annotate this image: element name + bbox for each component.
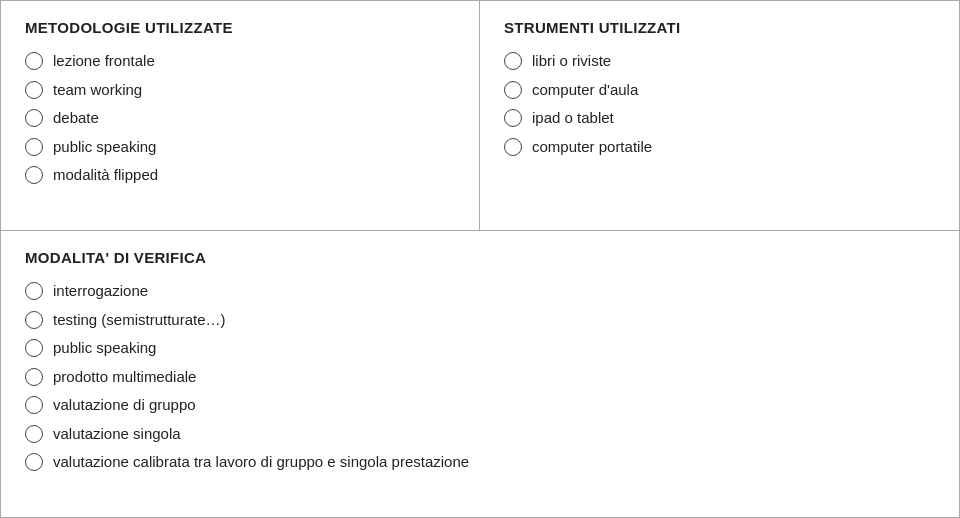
list-item: valutazione singola	[25, 423, 935, 446]
bullet-icon	[25, 138, 43, 156]
bullet-icon	[25, 311, 43, 329]
item-text: lezione frontale	[53, 50, 155, 73]
item-text: debate	[53, 107, 99, 130]
strumenti-title: STRUMENTI UTILIZZATI	[504, 19, 935, 36]
list-item: interrogazione	[25, 280, 935, 303]
list-item: libri o riviste	[504, 50, 935, 73]
list-item: team working	[25, 79, 455, 102]
metodologie-title: METODOLOGIE UTILIZZATE	[25, 19, 455, 36]
list-item: public speaking	[25, 136, 455, 159]
strumenti-section: STRUMENTI UTILIZZATI libri o rivistecomp…	[480, 1, 959, 230]
item-text: public speaking	[53, 337, 156, 360]
bullet-icon	[25, 425, 43, 443]
list-item: computer portatile	[504, 136, 935, 159]
list-item: testing (semistrutturate…)	[25, 309, 935, 332]
bullet-icon	[25, 368, 43, 386]
item-text: interrogazione	[53, 280, 148, 303]
item-text: computer d'aula	[532, 79, 638, 102]
bullet-icon	[25, 109, 43, 127]
item-text: valutazione calibrata tra lavoro di grup…	[53, 451, 469, 474]
bullet-icon	[25, 453, 43, 471]
verifica-list: interrogazionetesting (semistrutturate…)…	[25, 280, 935, 474]
list-item: prodotto multimediale	[25, 366, 935, 389]
list-item: computer d'aula	[504, 79, 935, 102]
bullet-icon	[25, 166, 43, 184]
item-text: prodotto multimediale	[53, 366, 196, 389]
bullet-icon	[25, 282, 43, 300]
list-item: public speaking	[25, 337, 935, 360]
bullet-icon	[504, 52, 522, 70]
list-item: ipad o tablet	[504, 107, 935, 130]
metodologie-section: METODOLOGIE UTILIZZATE lezione frontalet…	[1, 1, 480, 230]
bullet-icon	[504, 81, 522, 99]
metodologie-list: lezione frontaleteam workingdebatepublic…	[25, 50, 455, 187]
bullet-icon	[504, 138, 522, 156]
item-text: modalità flipped	[53, 164, 158, 187]
verifica-section: MODALITA' DI VERIFICA interrogazionetest…	[1, 231, 959, 517]
bullet-icon	[25, 52, 43, 70]
bullet-icon	[25, 339, 43, 357]
list-item: modalità flipped	[25, 164, 455, 187]
item-text: libri o riviste	[532, 50, 611, 73]
list-item: lezione frontale	[25, 50, 455, 73]
bullet-icon	[504, 109, 522, 127]
item-text: public speaking	[53, 136, 156, 159]
list-item: debate	[25, 107, 455, 130]
strumenti-list: libri o rivistecomputer d'aulaipad o tab…	[504, 50, 935, 158]
item-text: computer portatile	[532, 136, 652, 159]
item-text: team working	[53, 79, 142, 102]
bullet-icon	[25, 396, 43, 414]
item-text: valutazione singola	[53, 423, 181, 446]
verifica-title: MODALITA' DI VERIFICA	[25, 249, 935, 266]
item-text: ipad o tablet	[532, 107, 614, 130]
top-row: METODOLOGIE UTILIZZATE lezione frontalet…	[1, 1, 959, 231]
list-item: valutazione di gruppo	[25, 394, 935, 417]
page: METODOLOGIE UTILIZZATE lezione frontalet…	[0, 0, 960, 518]
bullet-icon	[25, 81, 43, 99]
item-text: testing (semistrutturate…)	[53, 309, 226, 332]
list-item: valutazione calibrata tra lavoro di grup…	[25, 451, 935, 474]
item-text: valutazione di gruppo	[53, 394, 196, 417]
